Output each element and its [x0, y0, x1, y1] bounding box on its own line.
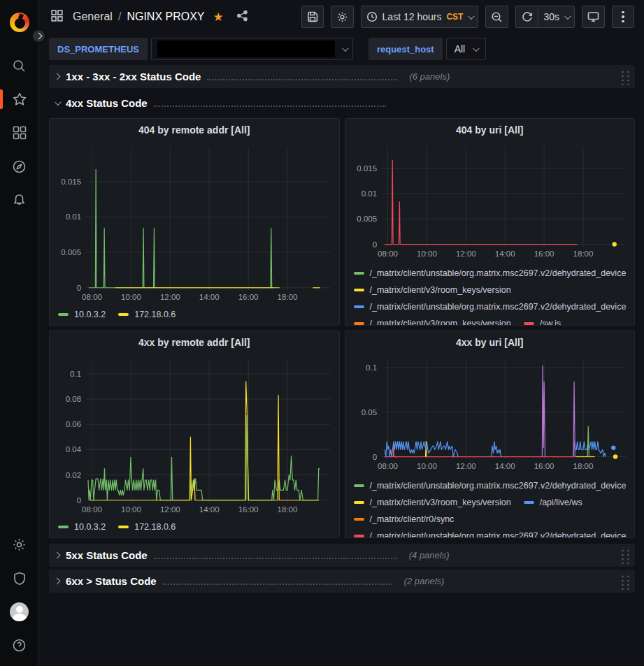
- row-drag-handle[interactable]: [619, 68, 631, 85]
- panel-title[interactable]: 404 by uri [All]: [350, 119, 631, 138]
- svg-text:18:00: 18:00: [278, 505, 298, 514]
- chevron-down-icon: [468, 13, 475, 20]
- row-drag-handle[interactable]: [619, 547, 631, 564]
- sidebar-item-alerting[interactable]: [0, 183, 39, 217]
- breadcrumb: General / NGINX PROXY ★: [51, 10, 248, 24]
- legend-item[interactable]: /_matrix/client/unstable/org.matrix.msc2…: [354, 267, 627, 279]
- legend-item[interactable]: /_matrix/client/unstable/org.matrix.msc2…: [354, 301, 627, 312]
- datasource-variable-label: DS_PROMETHEUS: [49, 38, 148, 60]
- row-title: 6xx > Status Code: [66, 575, 157, 587]
- legend-item[interactable]: 172.18.0.6: [118, 308, 176, 320]
- datasource-variable-select[interactable]: [151, 38, 353, 60]
- chevron-right-icon: [36, 33, 43, 40]
- legend-swatch: [58, 526, 69, 528]
- sidebar-item-configuration[interactable]: [0, 528, 39, 561]
- legend-item[interactable]: /api/live/ws: [524, 496, 582, 508]
- refresh-button[interactable]: [515, 6, 538, 28]
- legend-swatch: [58, 313, 69, 316]
- svg-text:0: 0: [372, 452, 376, 461]
- legend-item[interactable]: /_matrix/client/unstable/org.matrix.msc2…: [354, 530, 627, 537]
- row-header-1xx-3xx-2xx[interactable]: 1xx - 3xx - 2xx Status Code (6 panels): [49, 65, 635, 88]
- zoom-out-button[interactable]: [485, 6, 508, 28]
- legend-item[interactable]: /_matrix/client/r0/sync: [354, 513, 455, 525]
- dashboards-grid-icon: [13, 126, 27, 140]
- sidebar-item-search[interactable]: [0, 49, 39, 82]
- svg-text:10:00: 10:00: [121, 505, 141, 514]
- legend-item[interactable]: /_matrix/client/v3/room_keys/version: [354, 496, 511, 508]
- legend-swatch: [354, 272, 364, 275]
- svg-text:14:00: 14:00: [199, 505, 220, 514]
- series-line: [88, 416, 320, 500]
- legend-item[interactable]: 10.0.3.2: [58, 521, 106, 533]
- sidebar-item-help[interactable]: [0, 628, 39, 662]
- time-range-picker[interactable]: Last 12 hours CST: [361, 6, 479, 28]
- legend-swatch: [524, 322, 534, 325]
- svg-text:10:00: 10:00: [417, 461, 437, 470]
- legend-swatch: [354, 518, 364, 521]
- series-line: [384, 442, 574, 457]
- legend-item[interactable]: /_matrix/client/unstable/org.matrix.msc2…: [354, 479, 627, 491]
- chart-svg: 00.050.108:0010:0012:0014:0016:0018:00: [350, 354, 631, 472]
- share-icon[interactable]: [236, 10, 248, 24]
- row-header-4xx[interactable]: 4xx Status Code: [49, 92, 635, 115]
- svg-text:0.005: 0.005: [61, 248, 81, 256]
- chevron-down-icon: [473, 45, 480, 52]
- panel-404-by-remote-addr: 404 by remote addr [All] 00.0050.010.015…: [49, 118, 340, 326]
- series-line: [573, 442, 605, 457]
- breadcrumb-folder[interactable]: General: [73, 10, 113, 23]
- gear-icon: [336, 11, 348, 23]
- row-title: 1xx - 3xx - 2xx Status Code: [66, 71, 201, 82]
- row-panel-count: (2 panels): [404, 576, 445, 586]
- row-chevron-icon: [55, 99, 62, 106]
- sidebar-expand-button[interactable]: [31, 28, 47, 44]
- sidebar-item-starred[interactable]: [0, 82, 39, 116]
- sidebar-item-profile[interactable]: [0, 595, 39, 628]
- row-drag-handle[interactable]: [619, 573, 631, 590]
- panel-title[interactable]: 4xx by uri [All]: [350, 331, 631, 351]
- legend-swatch: [354, 484, 364, 487]
- legend-label: 10.0.3.2: [74, 310, 106, 319]
- timeseries-chart: 00.0050.010.01508:0010:0012:0014:0016:00…: [54, 143, 335, 305]
- monitor-icon: [587, 11, 599, 22]
- refresh-icon: [522, 11, 533, 22]
- legend-item[interactable]: 172.18.0.6: [118, 521, 176, 533]
- dashboard-settings-button[interactable]: [331, 6, 354, 28]
- legend-item[interactable]: 10.0.3.2: [58, 308, 106, 320]
- sidebar-item-explore[interactable]: [0, 150, 39, 183]
- row-header-6xx[interactable]: 6xx > Status Code (2 panels): [49, 570, 635, 593]
- legend-item[interactable]: /_matrix/client/v3/room_keys/version: [354, 317, 511, 325]
- panel-title[interactable]: 404 by remote addr [All]: [54, 119, 335, 140]
- sidebar-item-dashboards[interactable]: [0, 116, 39, 150]
- apps-grid-icon: [51, 10, 63, 24]
- svg-text:0: 0: [77, 284, 81, 292]
- panel-404-by-uri: 404 by uri [All] 00.0050.010.01508:0010:…: [345, 118, 636, 326]
- svg-text:0: 0: [77, 496, 81, 505]
- legend-label: /_matrix/client/r0/sync: [370, 514, 455, 524]
- chart-legend: /_matrix/client/unstable/org.matrix.msc2…: [350, 267, 631, 325]
- sidebar-item-server-admin[interactable]: [0, 561, 39, 595]
- refresh-interval-picker[interactable]: 30s: [538, 6, 575, 28]
- host-variable-select[interactable]: All: [446, 38, 487, 60]
- save-dashboard-button[interactable]: [301, 6, 324, 28]
- svg-text:0.015: 0.015: [61, 178, 81, 186]
- legend-item[interactable]: /_matrix/client/v3/room_keys/version: [354, 284, 511, 296]
- legend-label: 172.18.0.6: [134, 522, 176, 532]
- row-header-5xx[interactable]: 5xx Status Code (4 panels): [49, 544, 635, 567]
- svg-text:12:00: 12:00: [455, 249, 475, 257]
- grafana-app: General / NGINX PROXY ★ Last 12 hours: [0, 0, 644, 666]
- tv-mode-button[interactable]: [582, 6, 605, 28]
- panel-title[interactable]: 4xx by remote addr [All]: [54, 331, 335, 352]
- redacted-value: [157, 41, 335, 57]
- favorite-star-icon[interactable]: ★: [213, 10, 224, 24]
- legend-label: /_matrix/client/unstable/org.matrix.msc2…: [370, 268, 627, 278]
- save-icon: [307, 11, 318, 22]
- legend-label: /_matrix/client/unstable/org.matrix.msc2…: [370, 531, 627, 537]
- dashboard-title[interactable]: NGINX PROXY: [127, 10, 204, 23]
- legend-label: /_matrix/client/unstable/org.matrix.msc2…: [370, 481, 627, 491]
- more-options-button[interactable]: [612, 6, 634, 28]
- legend-item[interactable]: /sw.js: [524, 317, 561, 325]
- svg-text:18:00: 18:00: [278, 293, 298, 301]
- svg-text:10:00: 10:00: [121, 293, 141, 301]
- series-line: [491, 442, 501, 457]
- svg-text:08:00: 08:00: [82, 505, 102, 514]
